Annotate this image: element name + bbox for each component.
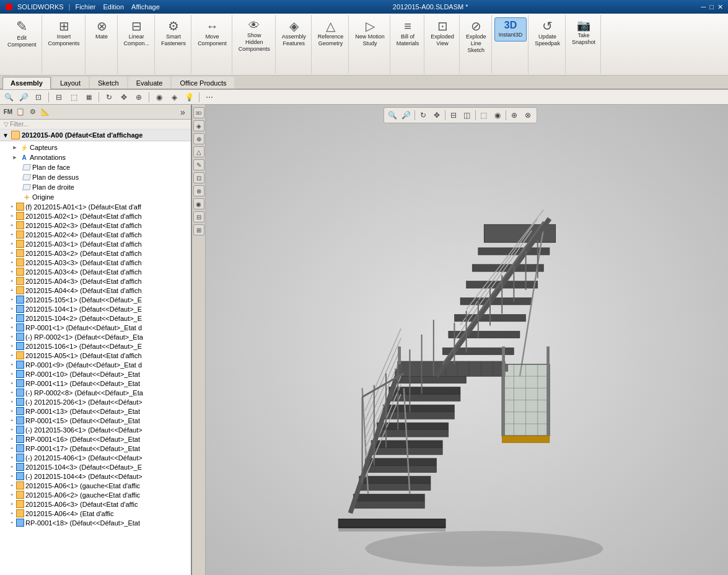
tree-item-a01-1[interactable]: + (f) 2012015-A01<1> (Défaut<Etat d'aff	[0, 202, 191, 211]
left-tool-6[interactable]: ⊡	[193, 172, 204, 183]
expand-rp0001-11[interactable]: +	[9, 380, 15, 386]
left-tool-1[interactable]: 3D	[193, 107, 204, 118]
property-manager-btn[interactable]: 📋	[15, 107, 26, 118]
tree-item-a04-3[interactable]: + 2012015-A04<3> (Défaut<Etat d'affich	[0, 276, 191, 286]
expand-104-1[interactable]: +	[9, 306, 15, 312]
tree-item-rp0001-15[interactable]: + RP-0001<15> (Défaut<<Défaut>_Etat	[0, 416, 191, 425]
tree-item-rp0002-8[interactable]: + (-) RP-0002<8> (Défaut<<Défaut>_Eta	[0, 388, 191, 397]
tree-item-a03-2[interactable]: + 2012015-A03<2> (Défaut<Etat d'affich	[0, 248, 191, 258]
instant3d-button[interactable]: 3D Instant3D	[494, 17, 527, 42]
expand-rp0001-1[interactable]: +	[9, 325, 15, 330]
expand-a03-4[interactable]: +	[9, 269, 15, 274]
tree-item-plan-face[interactable]: Plan de face	[0, 162, 191, 172]
expand-rp0002-1[interactable]: +	[9, 334, 15, 340]
tree-item-rp0001-17[interactable]: + RP-0001<17> (Défaut<<Défaut>_Etat	[0, 444, 191, 453]
menu-edit[interactable]: Edition	[103, 3, 124, 11]
assembly-features-button[interactable]: ◈ AssemblyFeatures	[278, 17, 310, 50]
tree-item-rp0001-10[interactable]: + RP-0001<10> (Défaut<<Défaut>_Etat	[0, 369, 191, 379]
vp-view-orient[interactable]: ◫	[461, 109, 473, 121]
vp-display-style[interactable]: ⬚	[478, 109, 490, 121]
extras-btn[interactable]: ⋯	[203, 91, 216, 103]
bill-of-materials-button[interactable]: ≡ Bill ofMaterials	[393, 17, 423, 50]
tree-item-a05-1[interactable]: + 2012015-A05<1> (Défaut<Etat d'affich	[0, 351, 191, 360]
tree-item-rp0001-11[interactable]: + RP-0001<11> (Défaut<<Défaut>_Etat	[0, 379, 191, 388]
vp-section[interactable]: ⊟	[447, 109, 460, 121]
tree-item-106-1[interactable]: + 2012015-106<1> (Défaut<<Défaut>_E	[0, 341, 191, 351]
zoom-in-btn[interactable]: 🔍	[2, 91, 15, 103]
expand-a03-1[interactable]: +	[9, 241, 15, 247]
take-snapshot-button[interactable]: 📷 TakeSnapshot	[568, 17, 599, 48]
expand-a06-2[interactable]: +	[9, 492, 15, 498]
expand-rp0001-9[interactable]: +	[9, 362, 15, 367]
vp-extra2[interactable]: ⊗	[522, 109, 534, 121]
expand-a04-4[interactable]: +	[9, 288, 15, 293]
expand-a02-3[interactable]: +	[9, 222, 15, 228]
tree-item-a04-4[interactable]: + 2012015-A04<4> (Défaut<Etat d'affich	[0, 286, 191, 295]
expand-a06-4[interactable]: +	[9, 511, 15, 516]
viewport[interactable]: 🔍 🔎 ↻ ✥ ⊟ ◫ ⬚ ◉ ⊕ ⊗	[192, 105, 728, 575]
rotate-btn[interactable]: ↻	[103, 91, 115, 103]
expand-a01-1[interactable]: +	[9, 204, 15, 209]
left-tool-7[interactable]: ⊗	[193, 185, 204, 196]
sidebar-expand-btn[interactable]: »	[177, 107, 188, 118]
tree-item-a06-4[interactable]: + 2012015-A06<4> (Etat d'affic	[0, 509, 191, 518]
expand-rp0001-10[interactable]: +	[9, 371, 15, 377]
expand-a06-1[interactable]: +	[9, 483, 15, 488]
vp-extra1[interactable]: ⊕	[508, 109, 520, 121]
tree-item-origine[interactable]: ✛ Origine	[0, 192, 191, 202]
tree-item-rp0001-9[interactable]: + RP-0001<9> (Défaut<<Défaut>_Etat d	[0, 360, 191, 369]
expand-106-1[interactable]: +	[9, 343, 15, 349]
expand-rp0002-8[interactable]: +	[9, 390, 15, 395]
edit-component-button[interactable]: ✎ EditComponent	[4, 17, 40, 51]
tree-item-a06-2[interactable]: + 2012015-A06<2> (gauche<Etat d'affic	[0, 490, 191, 499]
tree-item-105-1[interactable]: + 2012015-105<1> (Défaut<<Défaut>_E	[0, 295, 191, 304]
left-tool-3[interactable]: ⊕	[193, 133, 204, 144]
vp-scene[interactable]: ◉	[491, 109, 504, 121]
linear-component-button[interactable]: ⊟ LinearCompon...	[120, 17, 154, 50]
expand-a04-3[interactable]: +	[9, 278, 15, 284]
tree-item-a02-3[interactable]: + 2012015-A02<3> (Défaut<Etat d'affich	[0, 221, 191, 230]
left-tool-8[interactable]: ◉	[193, 198, 204, 209]
expand-104-2[interactable]: +	[9, 315, 15, 321]
section-view-btn[interactable]: ⊟	[53, 91, 65, 103]
tree-item-104-2[interactable]: + 2012015-104<2> (Défaut<<Défaut>_E	[0, 314, 191, 323]
expand-406-1[interactable]: +	[9, 455, 15, 460]
tree-item-406-1[interactable]: + (-) 2012015-406<1> (Défaut<<Défaut>	[0, 453, 191, 462]
expand-104-3[interactable]: +	[9, 464, 15, 470]
tree-item-a03-1[interactable]: + 2012015-A03<1> (Défaut<Etat d'affich	[0, 239, 191, 248]
tree-item-104-4[interactable]: + (-) 2012015-104<4> (Défaut<<Défaut>	[0, 472, 191, 481]
expand-rp0001-18[interactable]: +	[9, 520, 15, 525]
tree-item-104-3[interactable]: + 2012015-104<3> (Défaut<<Défaut>_E	[0, 462, 191, 472]
move-component-button[interactable]: ↔ MoveComponent	[194, 17, 230, 50]
pan-btn[interactable]: ✥	[118, 91, 130, 103]
tree-item-a06-1[interactable]: + 2012015-A06<1> (gauche<Etat d'affic	[0, 481, 191, 490]
view-btn[interactable]: ▦	[82, 91, 95, 103]
expand-306-1[interactable]: +	[9, 427, 15, 432]
tree-item-rp0001-16[interactable]: + RP-0001<16> (Défaut<<Défaut>_Etat	[0, 434, 191, 444]
lights-btn[interactable]: 💡	[183, 91, 195, 103]
tree-item-rp0001-1[interactable]: + RP-0001<1> (Défaut<<Défaut>_Etat d	[0, 323, 191, 332]
reference-geometry-button[interactable]: △ ReferenceGeometry	[314, 17, 348, 50]
tree-item-306-1[interactable]: + (-) 2012015-306<1> (Défaut<<Défaut>	[0, 425, 191, 434]
tab-sketch[interactable]: Sketch	[90, 77, 127, 89]
expand-rp0001-15[interactable]: +	[9, 418, 15, 423]
update-speedpak-button[interactable]: ↺ UpdateSpeedpak	[531, 17, 564, 50]
exploded-view-button[interactable]: ⊡ ExplodedView	[427, 17, 458, 50]
expand-rp0001-17[interactable]: +	[9, 446, 15, 451]
expand-a02-4[interactable]: +	[9, 232, 15, 237]
left-tool-2[interactable]: ◈	[193, 120, 204, 131]
tree-root[interactable]: ▼ 2012015-A00 (Défaut<Etat d'affichage	[0, 129, 191, 141]
tree-item-a02-4[interactable]: + 2012015-A02<4> (Défaut<Etat d'affich	[0, 230, 191, 239]
expand-rp0001-13[interactable]: +	[9, 408, 15, 414]
appearance-btn[interactable]: ◉	[153, 91, 165, 103]
tree-item-annotations[interactable]: ► A Annotations	[0, 152, 191, 162]
zoom-window-btn[interactable]: ⊕	[133, 91, 145, 103]
feature-manager-btn[interactable]: FM	[2, 107, 14, 118]
tree-item-a03-3[interactable]: + 2012015-A03<3> (Défaut<Etat d'affich	[0, 258, 191, 267]
expand-104-4[interactable]: +	[9, 473, 15, 479]
tree-item-a06-3[interactable]: + 2012015-A06<3> (Défaut<Etat d'affic	[0, 499, 191, 509]
left-tool-5[interactable]: ✎	[193, 159, 204, 170]
close-btn[interactable]: ✕	[717, 3, 723, 11]
tree-item-rp0002-1[interactable]: + (-) RP-0002<1> (Défaut<<Défaut>_Eta	[0, 332, 191, 341]
expand-a02-1[interactable]: +	[9, 213, 15, 219]
